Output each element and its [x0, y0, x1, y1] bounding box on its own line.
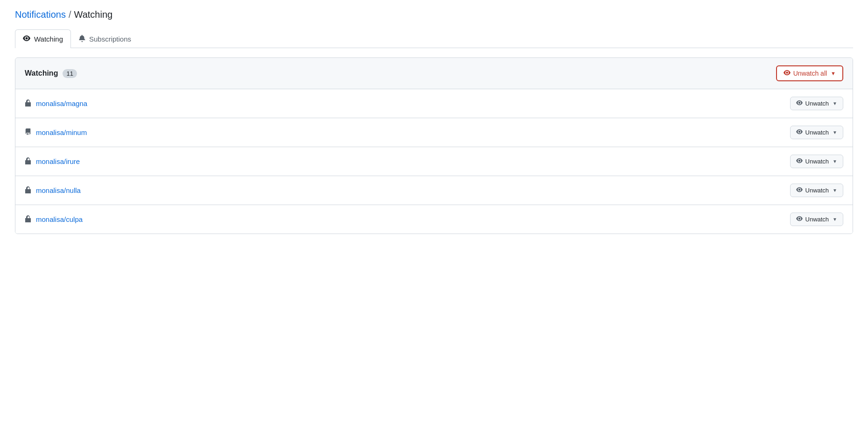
bell-icon	[79, 35, 85, 43]
repo-link[interactable]: monalisa/minum	[36, 128, 87, 136]
tab-subscriptions[interactable]: Subscriptions	[71, 29, 139, 48]
unwatch-button[interactable]: Unwatch ▼	[790, 184, 843, 197]
eye-icon	[796, 215, 803, 223]
unwatch-all-chevron-icon: ▼	[831, 71, 836, 76]
unwatch-all-eye-icon	[784, 69, 791, 78]
eye-icon	[796, 128, 803, 136]
unwatch-label: Unwatch	[805, 216, 829, 223]
unwatch-button[interactable]: Unwatch ▼	[790, 213, 843, 226]
repo-name: magna	[66, 99, 87, 107]
repo-name: irure	[66, 157, 80, 165]
eye-icon	[796, 186, 803, 194]
repo-owner: monalisa	[36, 157, 64, 165]
tab-subscriptions-label: Subscriptions	[89, 35, 131, 43]
repo-info: monalisa/magna	[25, 99, 87, 108]
repo-list: monalisa/magna Unwatch ▼	[15, 89, 853, 234]
tab-watching[interactable]: Watching	[15, 29, 71, 48]
lock-icon	[25, 157, 31, 166]
chevron-down-icon: ▼	[833, 101, 837, 106]
book-icon	[25, 128, 31, 137]
unwatch-button[interactable]: Unwatch ▼	[790, 97, 843, 110]
watching-section: Watching 11 Unwatch all ▼	[15, 57, 853, 234]
repo-owner: monalisa	[36, 186, 64, 194]
breadcrumb-current: Watching	[74, 9, 113, 20]
breadcrumb: Notifications / Watching	[15, 9, 853, 20]
eye-icon	[796, 99, 803, 107]
section-header: Watching 11 Unwatch all ▼	[15, 58, 853, 89]
table-row: monalisa/irure Unwatch ▼	[15, 147, 853, 176]
eye-icon	[796, 157, 803, 165]
watching-count-badge: 11	[63, 69, 77, 78]
lock-icon	[25, 186, 31, 195]
tabs-bar: Watching Subscriptions	[15, 29, 853, 48]
unwatch-label: Unwatch	[805, 100, 829, 107]
repo-owner: monalisa	[36, 215, 64, 223]
chevron-down-icon: ▼	[833, 217, 837, 222]
unwatch-button[interactable]: Unwatch ▼	[790, 155, 843, 168]
chevron-down-icon: ▼	[833, 188, 837, 193]
chevron-down-icon: ▼	[833, 130, 837, 135]
unwatch-label: Unwatch	[805, 129, 829, 136]
breadcrumb-notifications-link[interactable]: Notifications	[15, 9, 66, 20]
repo-info: monalisa/minum	[25, 128, 87, 137]
unwatch-all-label: Unwatch all	[793, 70, 827, 77]
repo-link[interactable]: monalisa/nulla	[36, 186, 81, 194]
repo-name: culpa	[66, 215, 83, 223]
repo-name: nulla	[66, 186, 81, 194]
repo-info: monalisa/irure	[25, 157, 80, 166]
table-row: monalisa/nulla Unwatch ▼	[15, 176, 853, 205]
eye-icon	[23, 35, 30, 43]
table-row: monalisa/magna Unwatch ▼	[15, 89, 853, 118]
repo-name: minum	[66, 128, 87, 136]
section-title: Watching	[25, 69, 58, 78]
breadcrumb-separator: /	[69, 9, 71, 20]
lock-icon	[25, 99, 31, 108]
unwatch-all-button[interactable]: Unwatch all ▼	[776, 65, 843, 81]
section-header-left: Watching 11	[25, 69, 77, 78]
repo-info: monalisa/nulla	[25, 186, 81, 195]
repo-info: monalisa/culpa	[25, 215, 83, 224]
repo-owner: monalisa	[36, 99, 64, 107]
repo-link[interactable]: monalisa/irure	[36, 157, 80, 165]
lock-icon	[25, 215, 31, 224]
tab-watching-label: Watching	[34, 35, 63, 43]
repo-owner: monalisa	[36, 128, 64, 136]
unwatch-label: Unwatch	[805, 187, 829, 194]
table-row: monalisa/minum Unwatch ▼	[15, 118, 853, 147]
table-row: monalisa/culpa Unwatch ▼	[15, 205, 853, 234]
unwatch-label: Unwatch	[805, 158, 829, 165]
repo-link[interactable]: monalisa/magna	[36, 99, 87, 107]
chevron-down-icon: ▼	[833, 159, 837, 164]
unwatch-button[interactable]: Unwatch ▼	[790, 126, 843, 139]
repo-link[interactable]: monalisa/culpa	[36, 215, 83, 223]
